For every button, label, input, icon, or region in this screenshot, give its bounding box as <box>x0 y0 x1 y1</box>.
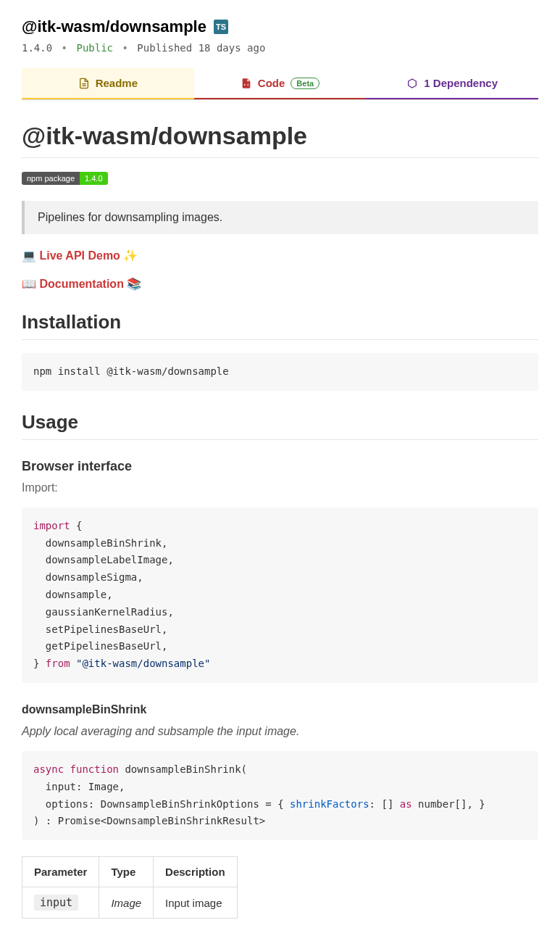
tab-readme-label: Readme <box>96 77 138 89</box>
npm-badge-version: 1.4.0 <box>80 172 107 185</box>
separator-dot: • <box>59 42 70 54</box>
package-name[interactable]: @itk-wasm/downsample <box>22 17 206 36</box>
table-header-row: Parameter Type Description <box>22 857 238 887</box>
import-label: Import: <box>22 481 538 494</box>
tab-code-label: Code <box>258 77 285 89</box>
td-param-desc: Input image <box>154 887 238 919</box>
box-icon <box>406 78 418 89</box>
typescript-badge: TS <box>214 20 228 34</box>
package-header: @itk-wasm/downsample TS <box>22 17 538 36</box>
td-param-name: input <box>22 887 99 919</box>
books-icon: 📚 <box>127 278 141 290</box>
live-demo-row: 💻 Live API Demo ✨ <box>22 249 538 262</box>
tab-code[interactable]: Code Beta <box>194 68 367 99</box>
visibility-text: Public <box>76 42 113 54</box>
import-codeblock[interactable]: import { downsampleBinShrink, downsample… <box>22 507 538 683</box>
tab-dependency[interactable]: 1 Dependency <box>366 68 538 99</box>
book-icon: 📖 <box>22 278 39 290</box>
tab-dep-label: 1 Dependency <box>424 77 498 89</box>
function-signature-codeblock[interactable]: async function downsampleBinShrink( inpu… <box>22 751 538 840</box>
install-codeblock[interactable]: npm install @itk-wasm/downsample <box>22 353 538 391</box>
parameters-table: Parameter Type Description input Image I… <box>22 856 238 919</box>
version-text: 1.4.0 <box>22 42 52 54</box>
npm-version-badge[interactable]: npm package 1.4.0 <box>22 172 108 185</box>
th-description: Description <box>154 857 238 887</box>
function-description: Apply local averaging and subsample the … <box>22 725 538 738</box>
readme-title: @itk-wasm/downsample <box>22 122 538 158</box>
documentation-link[interactable]: Documentation <box>39 278 123 290</box>
separator-dot: • <box>119 42 130 54</box>
browser-interface-heading: Browser interface <box>22 459 538 474</box>
th-type: Type <box>99 857 154 887</box>
published-text: Published 18 days ago <box>137 42 265 54</box>
installation-heading: Installation <box>22 311 538 340</box>
table-row: input Image Input image <box>22 887 238 919</box>
docs-row: 📖 Documentation 📚 <box>22 277 538 291</box>
usage-heading: Usage <box>22 411 538 440</box>
package-meta: 1.4.0 • Public • Published 18 days ago <box>22 42 538 54</box>
param-type: Image <box>111 897 141 909</box>
live-demo-link[interactable]: Live API Demo <box>39 249 120 262</box>
badge-row: npm package 1.4.0 <box>22 171 538 185</box>
tabs-nav: Readme Code Beta 1 Dependency <box>22 68 538 100</box>
beta-badge: Beta <box>291 78 319 89</box>
tab-readme[interactable]: Readme <box>22 68 194 99</box>
td-param-type: Image <box>99 887 154 919</box>
file-icon <box>78 78 90 89</box>
code-file-icon <box>241 78 252 89</box>
param-code: input <box>34 895 78 911</box>
function-name-heading: downsampleBinShrink <box>22 703 538 716</box>
package-description: Pipelines for downsampling images. <box>22 201 538 234</box>
npm-badge-label: npm package <box>22 172 80 185</box>
th-parameter: Parameter <box>22 857 99 887</box>
sparkle-icon: ✨ <box>123 249 138 262</box>
laptop-icon: 💻 <box>22 249 39 262</box>
